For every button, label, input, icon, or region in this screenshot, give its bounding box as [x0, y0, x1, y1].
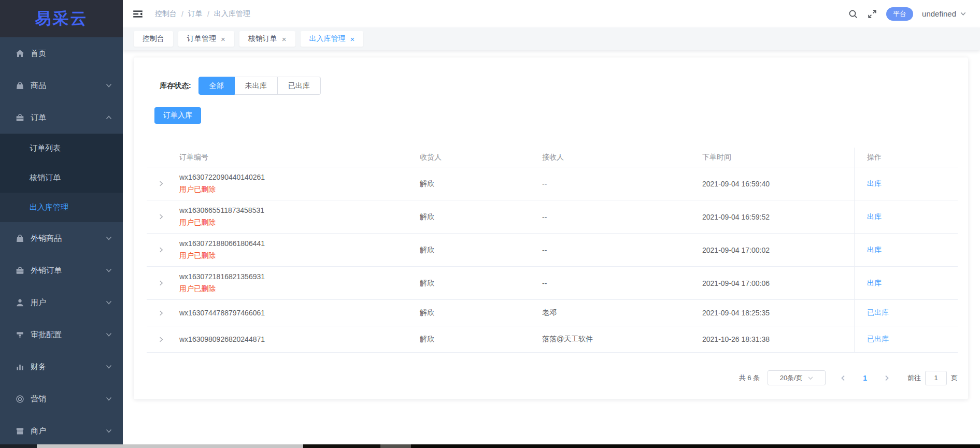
sidebar-item-marketing[interactable]: 营销 — [0, 383, 123, 415]
main-area: 控制台/订单/出入库管理 平台 undefined 控制台 — [123, 0, 980, 444]
search-icon[interactable] — [848, 9, 858, 19]
sidebar-subitem-label: 出入库管理 — [30, 203, 68, 212]
header-right: 平台 undefined — [848, 7, 967, 21]
sidebar-item-label: 用户 — [31, 298, 105, 308]
briefcase-icon — [15, 266, 25, 276]
page-content: 库存状态: 全部未出库已出库 订单入库 订单编号 收货人 接收人 下单时间 操作 — [123, 50, 980, 444]
outbound-action-link[interactable]: 出库 — [867, 179, 882, 187]
sidebar-subitem-label: 订单列表 — [30, 143, 61, 153]
order-number: wx1630721816821356931 — [179, 272, 415, 281]
sidebar-item-export-orders[interactable]: 外销订单 — [0, 254, 123, 286]
sidebar-item-users[interactable]: 用户 — [0, 286, 123, 319]
column-header-actions: 操作 — [854, 153, 958, 162]
table-row: wx1630744788797466061 解欣 老邓 2021-09-04 1… — [147, 300, 958, 326]
finance-icon — [15, 362, 25, 372]
expand-row-icon[interactable] — [158, 280, 164, 286]
breadcrumb-item[interactable]: 控制台 — [155, 9, 177, 19]
receiver-cell: -- — [542, 279, 547, 287]
approval-icon — [15, 330, 25, 340]
receiver-cell: 落落@天工软件 — [542, 335, 593, 343]
radio-option-已出库[interactable]: 已出库 — [278, 77, 321, 95]
tab-控制台[interactable]: 控制台 — [134, 31, 173, 47]
order-number: wx1630722090440140261 — [179, 173, 415, 181]
breadcrumb-item[interactable]: 出入库管理 — [214, 9, 250, 19]
radio-option-全部[interactable]: 全部 — [198, 77, 235, 95]
expand-row-icon[interactable] — [158, 310, 164, 316]
breadcrumb-item[interactable]: 订单 — [188, 9, 203, 19]
column-header-time: 下单时间 — [697, 153, 854, 162]
menu-collapse-icon[interactable] — [132, 8, 144, 20]
close-icon[interactable]: × — [221, 35, 225, 43]
sidebar-item-orders[interactable]: 订单 — [0, 102, 123, 134]
order-time-cell: 2021-09-04 17:00:06 — [702, 279, 770, 287]
tab-订单管理[interactable]: 订单管理 × — [178, 31, 234, 47]
home-icon — [15, 49, 25, 59]
tab-label: 出入库管理 — [309, 34, 346, 44]
total-count: 共 6 条 — [739, 373, 760, 383]
chevron-down-icon — [105, 235, 112, 242]
table-row: wx1630721880661806441 用户已删除 解欣 -- 2021-0… — [147, 234, 958, 267]
user-deleted-note: 用户已删除 — [179, 218, 415, 227]
breadcrumb: 控制台/订单/出入库管理 — [155, 9, 250, 19]
expand-row-icon[interactable] — [158, 336, 164, 343]
user-deleted-note: 用户已删除 — [179, 185, 415, 194]
briefcase-icon — [15, 113, 25, 123]
marketing-icon — [15, 394, 25, 404]
platform-badge[interactable]: 平台 — [886, 7, 913, 21]
fixed-column-divider — [854, 148, 855, 353]
outbound-action-link[interactable]: 已出库 — [867, 335, 889, 343]
order-inbound-button[interactable]: 订单入库 — [154, 107, 201, 124]
outbound-action-link[interactable]: 出库 — [867, 245, 882, 254]
chevron-down-icon — [105, 82, 112, 89]
outbound-action-link[interactable]: 出库 — [867, 279, 882, 287]
close-icon[interactable]: × — [282, 35, 287, 43]
order-time-cell: 2021-10-26 18:31:38 — [702, 335, 770, 343]
next-page-button[interactable] — [884, 375, 890, 381]
sidebar-item-home[interactable]: 首页 — [0, 37, 123, 69]
sidebar-subitem-order-list[interactable]: 订单列表 — [0, 134, 123, 163]
table-row: wx1630665511873458531 用户已删除 解欣 -- 2021-0… — [147, 200, 958, 234]
receiver-cell: 老邓 — [542, 308, 557, 316]
pagination: 共 6 条 20条/页 1 前往 — [134, 370, 958, 385]
sidebar-item-label: 首页 — [31, 49, 112, 59]
goto-page-input[interactable] — [925, 371, 947, 385]
tab-label: 控制台 — [143, 34, 164, 44]
fullscreen-icon[interactable] — [867, 9, 877, 19]
expand-row-icon[interactable] — [158, 180, 164, 187]
scrollbar-thumb[interactable] — [37, 444, 303, 448]
chevron-down-icon — [105, 331, 112, 338]
page-number[interactable]: 1 — [863, 374, 867, 382]
chevron-down-icon — [105, 267, 112, 274]
user-deleted-note: 用户已删除 — [179, 251, 415, 261]
table-row: wx1630980926820244871 解欣 落落@天工软件 2021-10… — [147, 326, 958, 353]
user-dropdown[interactable]: undefined — [922, 9, 967, 18]
sidebar-item-approval-config[interactable]: 审批配置 — [0, 319, 123, 351]
expand-row-icon[interactable] — [158, 247, 164, 253]
sidebar-item-finance[interactable]: 财务 — [0, 351, 123, 383]
receiver-cell: -- — [542, 180, 547, 188]
sidebar-item-merchant[interactable]: 商户 — [0, 415, 123, 444]
close-icon[interactable]: × — [350, 35, 355, 43]
tab-出入库管理[interactable]: 出入库管理 × — [301, 31, 364, 47]
outbound-action-link[interactable]: 已出库 — [867, 308, 889, 316]
expand-row-icon[interactable] — [158, 213, 164, 220]
sidebar-item-export-goods[interactable]: 外销商品 — [0, 222, 123, 254]
column-header-receiver: 接收人 — [536, 153, 697, 162]
breadcrumb-separator: / — [181, 10, 183, 18]
order-time-cell: 2021-09-04 16:59:40 — [702, 180, 770, 188]
tab-核销订单[interactable]: 核销订单 × — [239, 31, 295, 47]
goto-label: 前往 — [907, 373, 921, 383]
order-number: wx1630980926820244871 — [179, 335, 415, 343]
prev-page-button[interactable] — [840, 375, 846, 381]
sidebar-item-goods[interactable]: 商品 — [0, 69, 123, 102]
outbound-action-link[interactable]: 出库 — [867, 212, 882, 221]
radio-option-未出库[interactable]: 未出库 — [235, 77, 278, 95]
sidebar: 易采云 首页 商品 订单 订单列表 核销订单 出入库管理 外销商品 外销订单 用… — [0, 0, 123, 444]
page-size-select[interactable]: 20条/页 — [768, 370, 826, 385]
top-header: 控制台/订单/出入库管理 平台 undefined — [123, 0, 980, 27]
chevron-down-icon — [105, 114, 112, 121]
sidebar-subitem-verify-orders[interactable]: 核销订单 — [0, 163, 123, 193]
sidebar-submenu: 订单列表 核销订单 出入库管理 — [0, 134, 123, 222]
sidebar-subitem-warehouse-management[interactable]: 出入库管理 — [0, 193, 123, 222]
order-time-cell: 2021-09-04 18:25:35 — [702, 309, 770, 317]
